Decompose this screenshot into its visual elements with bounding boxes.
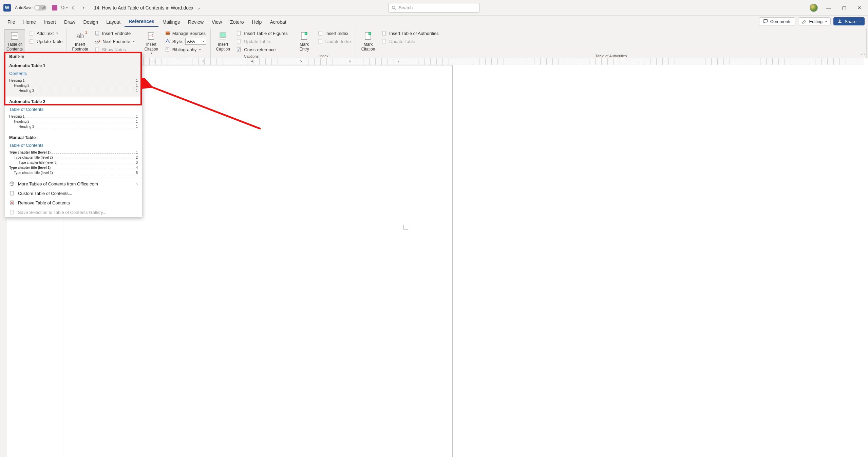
toc-preview-row: Heading 11 [9, 114, 138, 119]
group-captions: Insert Caption Insert Table of Figures U… [211, 28, 292, 58]
svg-rect-26 [237, 39, 240, 43]
undo-icon [60, 5, 65, 11]
toc-preview-row: Type chapter title (level 2)5 [9, 170, 138, 175]
svg-rect-25 [237, 31, 240, 35]
document-icon [9, 191, 15, 196]
insert-citation-button[interactable]: (–) Insert Citation▾ [142, 29, 161, 57]
customize-qat-button[interactable]: ▾ [79, 4, 87, 12]
insert-index-button[interactable]: Insert Index [317, 29, 353, 37]
share-button[interactable]: Share▾ [833, 17, 865, 25]
footnote-icon: ab1 [75, 31, 85, 41]
close-button[interactable]: ✕ [854, 5, 865, 11]
more-toc-from-office-button[interactable]: More Tables of Contents from Office.com … [5, 179, 142, 188]
ruler-number: 4 [251, 59, 253, 63]
tab-zotero[interactable]: Zotero [226, 17, 248, 27]
minimize-button[interactable]: — [823, 5, 833, 11]
insert-caption-button[interactable]: Insert Caption [213, 29, 232, 53]
toa-icon [382, 31, 387, 36]
citation-icon: (–) [146, 31, 156, 41]
add-text-button[interactable]: + Add Text▾ [28, 29, 64, 37]
svg-rect-36 [382, 31, 385, 35]
insert-table-of-figures-button[interactable]: Insert Table of Figures [235, 29, 289, 37]
toc-option-automatic-table-1[interactable]: Automatic Table 1 Contents Heading 11Hea… [5, 61, 142, 97]
mark-entry-button[interactable]: + Mark Entry [295, 29, 314, 53]
cross-reference-button[interactable]: Cross-reference [235, 45, 289, 54]
autosave-label: AutoSave [15, 5, 33, 10]
svg-rect-24 [220, 38, 226, 39]
toc-preview-row: Heading 31 [9, 88, 138, 93]
svg-rect-45 [10, 210, 13, 214]
user-avatar[interactable] [810, 4, 818, 12]
autosave-toggle[interactable]: Off [34, 5, 46, 11]
caption-icon [218, 31, 228, 41]
search-placeholder: Search [399, 5, 413, 10]
tab-home[interactable]: Home [19, 17, 40, 27]
toc-preview-row: Type chapter title (level 1)4 [9, 165, 138, 170]
update-index-button: Update Index [317, 37, 353, 45]
update-table-button[interactable]: ! Update Table [28, 37, 64, 45]
tab-view[interactable]: View [208, 17, 226, 27]
toc-preview-row: Heading 11 [9, 78, 138, 83]
toc-option-automatic-table-2[interactable]: Automatic Table 2 Table of Contents Head… [5, 97, 142, 133]
search-box[interactable]: Search [388, 3, 480, 13]
globe-icon [9, 181, 15, 186]
redo-button[interactable] [70, 4, 77, 12]
group-citations: (–) Insert Citation▾ Manage Sources Styl… [139, 28, 211, 58]
insert-endnote-button[interactable]: Insert Endnote [93, 29, 136, 37]
title-bar: W AutoSave Off ▾ ▾ 14. How to Add Table … [0, 0, 868, 16]
remove-toc-button[interactable]: Remove Table of Contents [5, 198, 142, 207]
svg-rect-37 [382, 39, 385, 43]
pencil-icon [802, 19, 807, 24]
mark-citation-button[interactable]: + Mark Citation [359, 29, 378, 53]
svg-rect-13 [96, 34, 98, 35]
svg-rect-3 [11, 32, 18, 39]
tab-file[interactable]: File [3, 17, 19, 27]
next-footnote-button[interactable]: ab1 Next Footnote▾ [93, 37, 136, 45]
undo-button[interactable]: ▾ [60, 4, 68, 12]
toc-icon [10, 31, 20, 41]
tab-mailings[interactable]: Mailings [158, 17, 184, 27]
insert-footnote-button[interactable]: ab1 Insert Footnote [70, 29, 90, 53]
show-notes-icon [95, 47, 100, 52]
tab-help[interactable]: Help [248, 17, 266, 27]
svg-line-1 [395, 8, 396, 9]
svg-rect-2 [838, 22, 842, 23]
refresh-icon [237, 39, 242, 44]
comments-button[interactable]: Comments [759, 17, 795, 25]
save-button[interactable] [51, 4, 58, 12]
bibliography-icon [165, 47, 170, 52]
chevron-down-icon: ▾ [83, 6, 84, 9]
editing-mode-button[interactable]: Editing▾ [798, 17, 831, 25]
word-app-icon: W [3, 4, 11, 12]
document-title[interactable]: 14. How to Add Table of Contents in Word… [94, 5, 201, 11]
tab-review[interactable]: Review [184, 17, 208, 27]
bibliography-button[interactable]: Bibliography▾ [164, 45, 208, 54]
ribbon-tabs: FileHomeInsertDrawDesignLayoutReferences… [0, 16, 868, 27]
chevron-up-icon: ︿ [861, 51, 865, 56]
style-dropdown[interactable]: APA▾ [185, 38, 206, 45]
collapse-ribbon-button[interactable]: ︿ [861, 51, 865, 57]
tab-insert[interactable]: Insert [40, 17, 60, 27]
insert-toa-button[interactable]: Insert Table of Authorities [380, 29, 440, 37]
toc-option-manual-table[interactable]: Manual Table Table of Contents Type chap… [5, 133, 142, 179]
svg-rect-17 [166, 32, 170, 33]
style-select[interactable]: Style: APA▾ [164, 37, 208, 45]
index-icon [318, 31, 323, 36]
maximize-button[interactable]: ▢ [839, 5, 849, 11]
tab-design[interactable]: Design [79, 17, 102, 27]
search-icon [391, 5, 397, 11]
tab-acrobat[interactable]: Acrobat [266, 17, 290, 27]
custom-toc-button[interactable]: Custom Table of Contents... [5, 188, 142, 198]
toc-gallery-dropdown: Built-In Automatic Table 1 Contents Head… [5, 52, 142, 217]
tab-draw[interactable]: Draw [60, 17, 79, 27]
autosave-control[interactable]: AutoSave Off [15, 5, 46, 11]
refresh-icon: ! [29, 39, 35, 44]
save-selection-to-gallery-button[interactable]: Save Selection to Table of Contents Gall… [5, 207, 142, 217]
tab-references[interactable]: References [125, 17, 158, 27]
tab-layout[interactable]: Layout [102, 17, 125, 27]
save-icon [52, 5, 57, 11]
manage-sources-button[interactable]: Manage Sources [164, 29, 208, 37]
svg-rect-41 [10, 191, 13, 195]
style-icon [165, 39, 170, 44]
svg-text:+: + [31, 32, 32, 34]
